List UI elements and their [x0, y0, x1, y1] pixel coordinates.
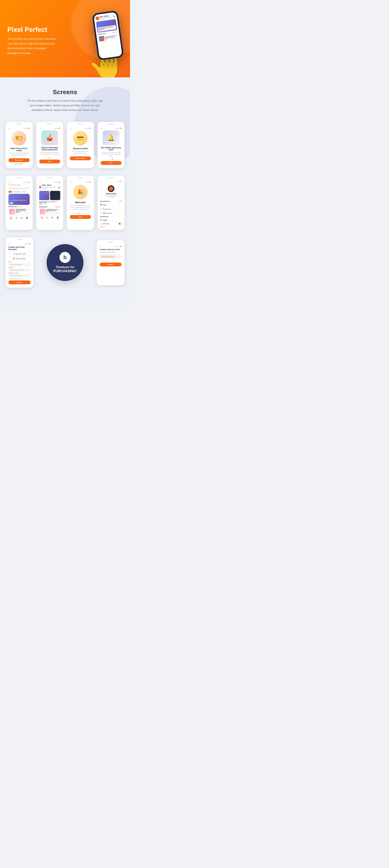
address-icon: 📍: [100, 212, 102, 214]
bio-field: 📝 Bio Your Text here: [100, 207, 122, 211]
screen-continue-email: 9:41 ▲▲ WiFi 📶 Continue with your Gmail …: [97, 240, 125, 285]
nav-ticket[interactable]: 🎫Ticket: [21, 217, 23, 220]
hero-description: The Screens are pixel perfect. We have u…: [7, 36, 59, 55]
dot-4-3: [112, 159, 113, 160]
card-title-below: Shawn Mendes The Virtual Tour in Germany…: [39, 201, 60, 204]
language-value: English: [103, 220, 121, 221]
screen-get-notified: 9:41 ▲▲ WiFi 📶 🔔 Get notified about your…: [98, 122, 125, 168]
nav-search[interactable]: 🔍Search: [15, 217, 18, 220]
back-to-home-link[interactable]: Back to Home: [8, 163, 30, 164]
location-display: 📍 Kediri, East Java: [8, 184, 30, 186]
email-input[interactable]: Input your email here: [8, 263, 31, 266]
sign-out-button[interactable]: Sign out: [100, 226, 122, 227]
nearby-event-info: Shawn Mendes The Virtual Tour 2020 in Ge…: [16, 209, 29, 215]
dot-2: [49, 157, 50, 158]
nearby-card-2[interactable]: Shawn Mendes The Virtual Tour 2020 in Ge…: [39, 208, 60, 215]
screens-section-desc: The kit contains more than 30 screens fr…: [26, 99, 104, 113]
nearby-event-card[interactable]: Shawn Mendes The Virtual Tour 2020 in Ge…: [8, 208, 30, 215]
welcome-next-button[interactable]: Next: [70, 215, 91, 219]
google-signup-button[interactable]: G Signup with Gmail: [8, 252, 31, 256]
back-to-home-button[interactable]: Back to Home: [70, 156, 91, 160]
moon-icon: 🌙: [100, 223, 102, 225]
continue-button[interactable]: Continue: [100, 262, 122, 267]
featured-card-2[interactable]: [50, 191, 60, 200]
screen-welcome: 9:41 ▲▲ WiFi 📶 🎉 Welcome! Haven't arrive…: [67, 176, 94, 230]
card-badge: 02: [47, 191, 49, 193]
hero-section: Pixel Perfect The Screens are pixel perf…: [0, 0, 130, 78]
email-continue-input[interactable]: Simply a start to your email ohalo.info@…: [100, 254, 122, 258]
nav-profile[interactable]: 👤Profile: [26, 217, 28, 220]
welcome-illustration: 🎉: [73, 185, 88, 199]
dot-w1: [78, 213, 79, 214]
language-icon: 🌐: [100, 219, 102, 221]
apple-signup-button[interactable]: 🍎 Signup with Apple: [8, 257, 31, 260]
onboarding-dots-2: [101, 159, 122, 160]
email-hint-text: Tap to sign in →: [100, 259, 122, 261]
view-all-link[interactable]: View All: [56, 206, 60, 208]
status-bar-8: 9:41 ▲▲ WiFi 📶: [100, 181, 122, 182]
bio-value: Your Text here: [103, 209, 111, 210]
tab-online[interactable]: Online Class: [13, 191, 21, 193]
tab-all[interactable]: All: [8, 191, 12, 193]
empty-event-illustration: 🎫: [11, 131, 26, 146]
language-field: 🌐 Language English ›: [100, 218, 122, 222]
address-field: 📍 Address Kediri, East Java: [100, 211, 122, 215]
nearby-img-2: [40, 209, 45, 214]
apple-icon: 🍎: [13, 258, 15, 259]
nav-profile-2[interactable]: 👤: [57, 216, 59, 219]
retype-input[interactable]: Input your retype here: [8, 274, 31, 277]
signup-button[interactable]: Sign up: [8, 280, 31, 284]
nearby-section-label: Nearby Event View All: [8, 206, 30, 207]
dark-mode-toggle[interactable]: [119, 223, 122, 225]
password-input[interactable]: Input your password here: [8, 269, 31, 272]
user-avatar-small: [39, 186, 41, 188]
app-logo-icon: b: [60, 252, 70, 263]
featured-card-1[interactable]: 02: [39, 191, 50, 200]
dot-3: [51, 157, 52, 158]
personal-info-section: Personal Info Edit: [100, 200, 122, 202]
screen-home-feed: 9:41 ▲▲ WiFi 📶 📍 Kediri, East Java Searc…: [5, 176, 33, 230]
find-event-title: Find an Interesting Event around you: [39, 147, 60, 151]
onboarding-dots: [39, 157, 60, 158]
nav-home-2[interactable]: 🏠: [41, 216, 43, 219]
status-bar-9: 9:41 ▲▲ WiFi 📶: [8, 243, 31, 245]
home-subtitle: Find an interesting event around you: [42, 186, 57, 189]
status-bar-3: 9:41 ▲▲ WiFi 📶: [70, 128, 91, 129]
find-event-illustration: 🎪: [41, 130, 58, 145]
status-bar-5: 9:41 ▲▲ WiFi 📶: [8, 182, 30, 183]
nav-home[interactable]: 🏠Home: [10, 217, 12, 220]
continue-email-subtitle: Simply a start to your email: [100, 251, 122, 253]
status-bar-6: 9:41 ▲▲ WiFi 📶: [39, 182, 60, 183]
search-bar[interactable]: Search your event here...: [8, 187, 30, 190]
nearby-event-image: [9, 209, 15, 215]
find-event-button[interactable]: Find Event: [8, 158, 30, 162]
nav-ticket-2[interactable]: 🎫: [51, 216, 54, 219]
edit-account-link[interactable]: Edit Account: [107, 196, 115, 197]
dot-w2: [80, 213, 81, 214]
terms-checkbox[interactable]: [8, 278, 10, 279]
phone-avatar: [95, 17, 99, 21]
notification-icon[interactable]: 🔔: [58, 186, 60, 188]
find-event-desc: Get more experience by joining some inte…: [39, 151, 60, 155]
hero-phone-screen: Hello, Ohalo Find an interesting event a…: [94, 12, 122, 59]
thankyou-logo-area: b Thankyou for PURCHASING!: [37, 244, 93, 281]
card-price-below: $100: [39, 204, 60, 205]
next-button-2[interactable]: Next: [39, 160, 60, 163]
next-button-4[interactable]: Next: [101, 161, 122, 165]
avatar-inner: [109, 186, 113, 191]
profile-header: Ohalo Studio ohalo.info@gmail.com Edit A…: [100, 184, 122, 199]
chevron-right-icon: ›: [122, 219, 122, 221]
main-event-card[interactable]: Shawn Mendes The Virtual Tour $100: [8, 194, 30, 205]
preferences-section: Preferences: [100, 216, 122, 217]
bio-icon: 📝: [100, 208, 102, 210]
nav-search-2[interactable]: 🔍: [46, 216, 48, 219]
featured-cards-row: 02: [39, 191, 60, 200]
tab-music[interactable]: Music: [22, 191, 27, 193]
terms-agreement: I agree with all Terms: [8, 278, 31, 279]
profile-name: Ohalo Studio: [106, 193, 116, 194]
edit-personal-btn[interactable]: Edit: [120, 200, 122, 202]
dot-4-1: [109, 159, 110, 160]
thankyou-line2: PURCHASING!: [53, 269, 77, 273]
dot-w3: [82, 213, 82, 214]
nearby-event-title: Shawn Mendes The Virtual Tour 2020 in Ge…: [16, 209, 29, 212]
